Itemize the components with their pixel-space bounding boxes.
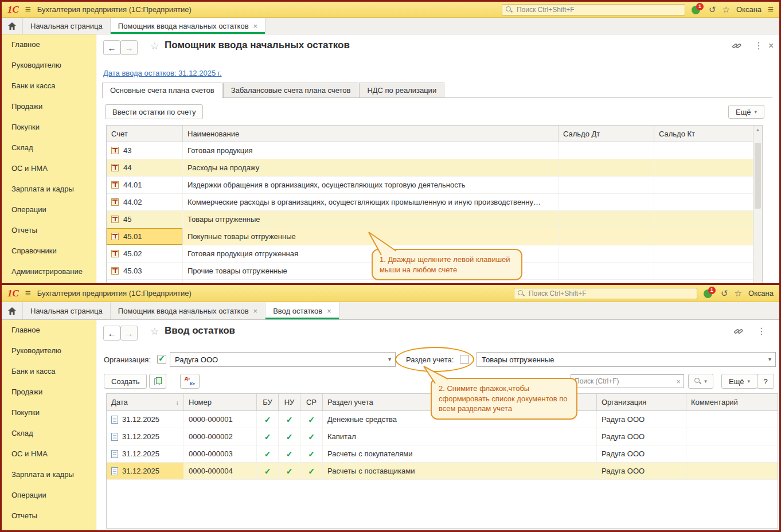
table-row[interactable]: 44.02 Коммерческие расходы в организация…: [107, 194, 753, 211]
forward-button[interactable]: →: [120, 326, 138, 341]
document-row-selected[interactable]: 31.12.2025 0000-000004 ✓ ✓ ✓ Расчеты с п…: [107, 463, 778, 480]
sidebar-item-zarplata[interactable]: Зарплата и кадры: [2, 464, 96, 485]
close-form-icon[interactable]: ×: [768, 41, 774, 50]
tab-close-icon[interactable]: ×: [253, 307, 258, 315]
discussions-icon[interactable]: 1: [704, 288, 714, 299]
tab-main-accounts[interactable]: Основные счета плана счетов: [102, 83, 222, 98]
global-search-input[interactable]: [528, 289, 693, 298]
sidebar-item-os-nma[interactable]: ОС и НМА: [2, 158, 96, 179]
tab-start-page[interactable]: Начальная страница: [23, 18, 111, 34]
sidebar-item-os-nma[interactable]: ОС и НМА: [2, 444, 96, 464]
help-button[interactable]: ?: [757, 374, 774, 389]
tab-offbalance-accounts[interactable]: Забалансовые счета плана счетов: [223, 83, 359, 97]
table-row[interactable]: 44 Расходы на продажу: [107, 159, 753, 177]
discussions-icon[interactable]: 1: [692, 5, 702, 15]
column-header-comment[interactable]: Комментарий: [686, 394, 778, 410]
column-header-account[interactable]: Счет: [107, 126, 183, 142]
back-button[interactable]: ←: [103, 40, 120, 55]
home-tab[interactable]: [2, 18, 23, 34]
sidebar-item-prodazhi[interactable]: Продажи: [2, 382, 96, 402]
column-header-saldo-kt[interactable]: Сальдо Кт: [654, 126, 753, 142]
table-row[interactable]: 44.01 Издержки обращения в организациях,…: [107, 177, 753, 194]
sidebar-item-pokupki[interactable]: Покупки: [2, 117, 96, 138]
sidebar-item-operacii[interactable]: Операции: [2, 485, 96, 506]
column-header-nu[interactable]: НУ: [279, 394, 300, 410]
sidebar-item-zarplata[interactable]: Зарплата и кадры: [2, 179, 96, 200]
global-search[interactable]: [514, 288, 697, 299]
list-search-input[interactable]: [571, 377, 673, 385]
chevron-down-icon[interactable]: ▾: [764, 353, 775, 366]
copy-document-button[interactable]: [149, 374, 166, 389]
user-name[interactable]: Оксана: [748, 289, 774, 298]
list-search[interactable]: ×: [571, 374, 684, 388]
column-header-sr[interactable]: СР: [300, 394, 323, 410]
table-row[interactable]: 43 Готовая продукция: [107, 142, 753, 159]
user-menu-icon[interactable]: ≡: [768, 5, 774, 14]
tab-start-page[interactable]: Начальная страница: [23, 302, 111, 319]
column-header-saldo-dt[interactable]: Сальдо Дт: [559, 126, 654, 142]
sidebar-item-bank-kassa[interactable]: Банк и касса: [2, 76, 96, 96]
scroll-up-icon[interactable]: ▲: [753, 126, 762, 134]
sidebar-item-rukovoditelyu[interactable]: Руководителю: [2, 55, 96, 76]
sidebar-item-pokupki[interactable]: Покупки: [2, 402, 96, 423]
organization-input[interactable]: [170, 355, 384, 364]
sidebar-item-operacii[interactable]: Операции: [2, 200, 96, 220]
table-row-selected[interactable]: 45.01 Покупные товары отгруженные: [107, 228, 753, 245]
get-link-icon[interactable]: [734, 327, 743, 338]
more-actions-icon[interactable]: ⋮: [757, 327, 766, 336]
tab-vat-sales[interactable]: НДС по реализации: [359, 83, 444, 97]
sidebar-item-sklad[interactable]: Склад: [2, 423, 96, 444]
more-button[interactable]: Ещё ▾: [721, 374, 757, 389]
more-button[interactable]: Ещё ▾: [728, 105, 764, 119]
find-button[interactable]: ▾: [688, 374, 713, 389]
sidebar-item-bank-kassa[interactable]: Банк и касса: [2, 361, 96, 382]
document-row[interactable]: 31.12.2025 0000-000002 ✓ ✓ ✓ Капитал Рад…: [107, 428, 778, 445]
sidebar-item-otchety[interactable]: Отчеты: [2, 220, 96, 241]
column-header-date[interactable]: Дата ↓: [107, 394, 184, 410]
sidebar-item-otchety[interactable]: Отчеты: [2, 506, 96, 526]
history-icon[interactable]: ↺: [709, 5, 716, 14]
column-header-number[interactable]: Номер: [184, 394, 257, 410]
column-header-org[interactable]: Организация: [597, 394, 686, 410]
table-row[interactable]: 45 Товары отгруженные: [107, 211, 753, 228]
show-postings-button[interactable]: Дт Кт: [180, 374, 200, 389]
tab-close-icon[interactable]: ×: [253, 22, 258, 30]
more-actions-icon[interactable]: ⋮: [754, 41, 763, 50]
get-link-icon[interactable]: [732, 41, 741, 52]
create-button[interactable]: Создать: [104, 374, 147, 389]
global-search-input[interactable]: [516, 5, 681, 14]
sidebar-item-glavnoe[interactable]: Главное: [2, 34, 96, 55]
main-menu-icon[interactable]: ≡: [25, 5, 31, 14]
sidebar-item-glavnoe[interactable]: Главное: [2, 320, 96, 341]
chevron-down-icon[interactable]: ▾: [384, 353, 395, 366]
document-row[interactable]: 31.12.2025 0000-000003 ✓ ✓ ✓ Расчеты с п…: [107, 445, 778, 463]
tab-entry[interactable]: Ввод остатков ×: [265, 302, 339, 319]
section-input[interactable]: [477, 355, 764, 364]
user-name[interactable]: Оксана: [736, 5, 762, 14]
scrollbar-thumb[interactable]: [755, 143, 761, 209]
section-combo[interactable]: ▾: [477, 352, 776, 367]
organization-combo[interactable]: ▾: [170, 352, 396, 367]
favorites-star-icon[interactable]: ☆: [723, 5, 730, 14]
back-button[interactable]: ←: [103, 326, 120, 341]
main-menu-icon[interactable]: ≡: [25, 288, 31, 298]
global-search[interactable]: [502, 4, 685, 15]
tab-assistant[interactable]: Помощник ввода начальных остатков ×: [111, 18, 265, 34]
add-favorite-icon[interactable]: ☆: [150, 327, 159, 337]
sidebar-item-sklad[interactable]: Склад: [2, 138, 96, 158]
balances-date-link[interactable]: Дата ввода остатков: 31.12.2025 г.: [103, 69, 222, 77]
column-header-name[interactable]: Наименование: [183, 126, 559, 142]
organization-checkbox[interactable]: ✓: [157, 355, 166, 364]
section-checkbox[interactable]: [460, 355, 469, 364]
add-favorite-icon[interactable]: ☆: [150, 41, 159, 51]
tab-close-icon[interactable]: ×: [327, 307, 331, 315]
tab-assistant[interactable]: Помощник ввода начальных остатков ×: [111, 302, 265, 319]
sidebar-item-prodazhi[interactable]: Продажи: [2, 96, 96, 117]
favorites-star-icon[interactable]: ☆: [734, 289, 741, 298]
sidebar-item-administrirovanie[interactable]: Администрирование: [2, 261, 96, 282]
sidebar-item-spravochniki[interactable]: Справочники: [2, 241, 96, 261]
history-icon[interactable]: ↺: [721, 289, 728, 298]
enter-balances-button[interactable]: Ввести остатки по счету: [105, 104, 203, 119]
forward-button[interactable]: →: [120, 40, 138, 55]
vertical-scrollbar[interactable]: ▲ ▼: [753, 126, 762, 283]
